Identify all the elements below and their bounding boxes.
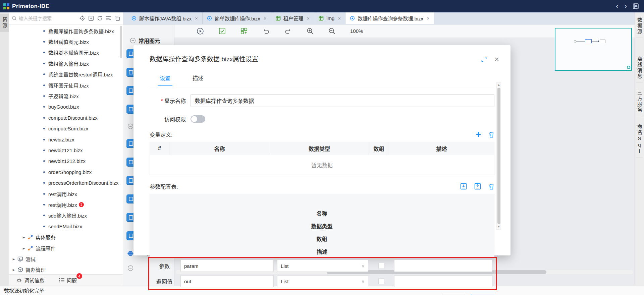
collapse-circle-icon[interactable]: [127, 265, 133, 271]
nav-back-icon[interactable]: ‹: [616, 3, 618, 10]
redo-icon[interactable]: [284, 28, 292, 35]
return-name-input[interactable]: [180, 275, 274, 287]
chevron-right-icon[interactable]: ▸: [22, 235, 26, 240]
close-icon[interactable]: ×: [338, 15, 341, 21]
tree-item[interactable]: sdo输入输出.bizx: [9, 210, 123, 221]
access-toggle[interactable]: [191, 115, 205, 123]
sort-list-icon[interactable]: [106, 15, 111, 21]
scroll-down-icon[interactable]: ▼: [497, 224, 500, 229]
minimap[interactable]: [555, 28, 632, 71]
editor-tab[interactable]: 简单数据库操作.bizx ×: [203, 12, 271, 24]
collapse-circle-icon[interactable]: [127, 123, 133, 129]
param-type-select[interactable]: List ∨: [277, 260, 368, 272]
sidebar-scrollbar-thumb[interactable]: [120, 26, 122, 58]
right-tab-named-sql[interactable]: 命名Sql: [636, 121, 643, 158]
variables-table: # 名称 数据类型 数组 描述 暂无数据: [150, 142, 494, 175]
tree-group-flow-event[interactable]: ▸ 流程事件: [9, 243, 123, 253]
editor-tab-active[interactable]: 数据库操作查询多条数据.bizx ×: [345, 12, 434, 24]
close-icon[interactable]: ×: [264, 15, 267, 21]
chevron-right-icon[interactable]: ▸: [12, 256, 16, 261]
params-section-header: 参数配置表:: [150, 182, 494, 190]
tree-item[interactable]: rest调用.bizx: [9, 188, 123, 199]
auto-layout-icon[interactable]: [240, 27, 248, 35]
scroll-up-icon[interactable]: ▲: [497, 82, 500, 87]
zoom-out-icon[interactable]: [328, 27, 335, 35]
tab-description[interactable]: 描述: [193, 74, 203, 86]
locate-icon[interactable]: [79, 15, 85, 21]
right-tab-third-party[interactable]: 三方服务: [636, 87, 643, 116]
delete-variable-icon[interactable]: [488, 131, 494, 138]
tree-item[interactable]: 数据库操作查询多条数据.bizx: [9, 25, 123, 36]
param-name-input[interactable]: [180, 260, 274, 272]
chevron-right-icon[interactable]: ▸: [22, 246, 26, 251]
tree-item[interactable]: newbiz121.bizx: [9, 145, 123, 156]
right-tab-datasource[interactable]: 数据源: [636, 14, 643, 38]
close-icon[interactable]: ×: [307, 15, 310, 21]
problems-tab[interactable]: 问题 4: [59, 277, 77, 284]
editor-tab[interactable]: 脚本操作JAVA数组.bizx ×: [127, 12, 203, 24]
tab-settings[interactable]: 设置: [160, 74, 170, 86]
display-name-input[interactable]: [191, 94, 494, 107]
tree-item[interactable]: computeDiscount.bizx: [9, 112, 123, 123]
bullet-icon: [43, 84, 45, 86]
undo-icon[interactable]: [262, 28, 270, 35]
chevron-right-icon[interactable]: ▸: [12, 267, 16, 272]
tree-item[interactable]: 子逻辑流.bizx: [9, 91, 123, 101]
editor-tab[interactable]: img ×: [314, 12, 345, 24]
tree-item[interactable]: 数组脚本赋值图元.bizx: [9, 47, 123, 58]
tree-item[interactable]: sendEMail.bizx: [9, 221, 123, 232]
validate-icon[interactable]: [219, 27, 226, 35]
col-array: 数组: [369, 142, 389, 155]
collapse-circle-icon[interactable]: [130, 38, 136, 44]
tree-item[interactable]: computeSum.bizx: [9, 123, 123, 134]
app-title: Primeton-IDE: [12, 3, 49, 10]
variables-table-header: # 名称 数据类型 数组 描述: [150, 142, 494, 155]
refresh-icon[interactable]: [97, 15, 103, 21]
param-desc-input[interactable]: [394, 260, 492, 272]
import-icon[interactable]: [460, 183, 467, 190]
export-icon[interactable]: [474, 183, 481, 190]
tree-group-entity-service[interactable]: ▸ 实体服务: [9, 232, 123, 242]
fullscreen-icon[interactable]: [481, 56, 487, 62]
run-icon[interactable]: [197, 27, 204, 35]
bullet-icon: [43, 73, 45, 75]
tree-item[interactable]: processOrderItemDiscount.bizx: [9, 177, 123, 188]
close-icon[interactable]: ×: [195, 15, 198, 21]
tree-item[interactable]: orderShopping.bizx: [9, 167, 123, 177]
add-variable-icon[interactable]: +: [476, 131, 481, 138]
return-desc-input[interactable]: [394, 275, 492, 287]
tree-group-supervise[interactable]: ▸ 督办管理: [9, 264, 123, 274]
debug-info-tab[interactable]: 调试信息: [16, 277, 44, 284]
copy-icon[interactable]: [114, 15, 120, 21]
array-checkbox[interactable]: [378, 263, 384, 269]
editor-tab[interactable]: 租户管理 ×: [271, 12, 315, 24]
tree-item[interactable]: 数组输入输出.bizx: [9, 58, 123, 69]
new-file-icon[interactable]: [88, 15, 94, 21]
tree-item[interactable]: 数组赋值图元.bizx: [9, 36, 123, 47]
close-icon[interactable]: ×: [494, 55, 499, 63]
nav-forward-icon[interactable]: ›: [625, 3, 627, 10]
resources-vertical-tab[interactable]: 资源: [0, 14, 9, 32]
selected-type: List: [281, 263, 288, 269]
chevron-down-icon: ∨: [361, 263, 365, 269]
dialog-scrollbar-thumb[interactable]: [497, 88, 500, 224]
delete-param-icon[interactable]: [488, 183, 494, 190]
tree-item[interactable]: newbiz1212.bizx: [9, 156, 123, 167]
tree-group-test[interactable]: ▸ 测试: [9, 253, 123, 264]
zoom-level[interactable]: 100%: [350, 28, 363, 34]
tree-item[interactable]: 系统变量替换resturl调用.bizx: [9, 69, 123, 80]
right-tab-offline-message[interactable]: 离线消息: [636, 53, 643, 82]
table-icon: [276, 16, 281, 21]
tree-item[interactable]: rest调用.bizx1: [9, 199, 123, 210]
zoom-in-icon[interactable]: [307, 27, 314, 35]
close-icon[interactable]: ×: [427, 15, 430, 21]
tab-label: 脚本操作JAVA数组.bizx: [139, 15, 192, 22]
minimap-zoom-icon[interactable]: [627, 66, 630, 69]
tree-item[interactable]: newbiz.bizx: [9, 134, 123, 145]
return-type-select[interactable]: List ∨: [277, 275, 368, 287]
search-input[interactable]: [19, 16, 79, 21]
save-icon[interactable]: [633, 3, 639, 9]
tree-item[interactable]: 循环图元使用.bizx: [9, 80, 123, 91]
tree-item[interactable]: buyGood.bizx: [9, 102, 123, 112]
array-checkbox[interactable]: [378, 278, 384, 284]
